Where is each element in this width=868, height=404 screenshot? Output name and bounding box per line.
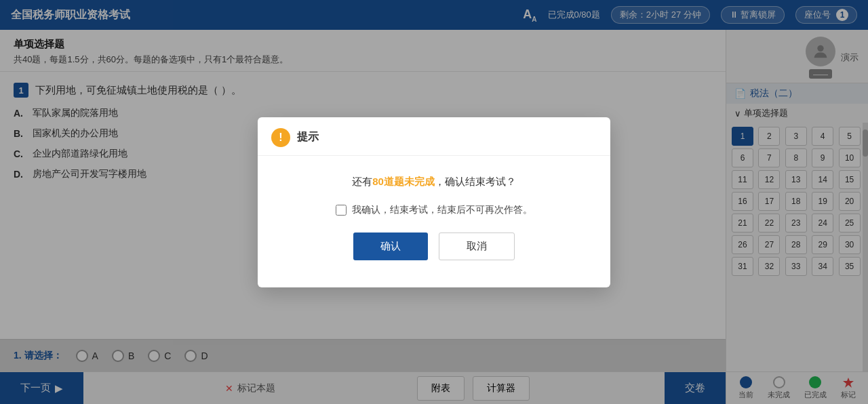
warning-icon: ! xyxy=(271,128,290,147)
confirm-checkbox[interactable] xyxy=(336,205,347,216)
modal-overlay: ! 提示 还有80道题未完成，确认结束考试？ 我确认，结束考试，结束后不可再次作… xyxy=(0,0,868,404)
modal-dialog: ! 提示 还有80道题未完成，确认结束考试？ 我确认，结束考试，结束后不可再次作… xyxy=(258,117,610,287)
modal-message-part2: ，确认结束考试？ xyxy=(435,176,516,187)
modal-highlight: 80道题未完成 xyxy=(372,176,435,187)
modal-checkbox-row: 我确认，结束考试，结束后不可再次作答。 xyxy=(285,204,583,216)
modal-cancel-button[interactable]: 取消 xyxy=(439,233,515,260)
modal-message: 还有80道题未完成，确认结束考试？ xyxy=(285,172,583,190)
modal-title: 提示 xyxy=(297,130,319,144)
modal-checkbox-label: 我确认，结束考试，结束后不可再次作答。 xyxy=(352,204,532,216)
modal-btn-row: 确认 取消 xyxy=(285,233,583,277)
modal-message-part1: 还有 xyxy=(352,176,372,187)
modal-body: 还有80道题未完成，确认结束考试？ 我确认，结束考试，结束后不可再次作答。 确认… xyxy=(258,156,610,287)
modal-confirm-button[interactable]: 确认 xyxy=(353,233,428,260)
modal-header: ! 提示 xyxy=(258,117,610,156)
